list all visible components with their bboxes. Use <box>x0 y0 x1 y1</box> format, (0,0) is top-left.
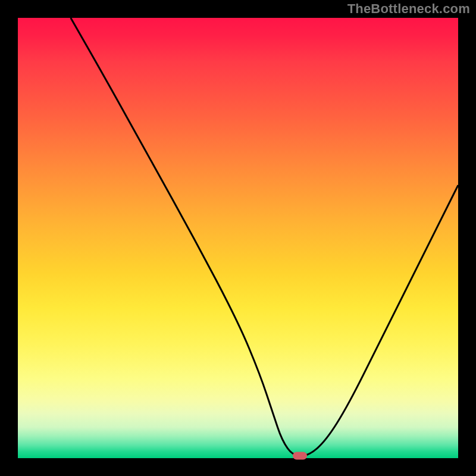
chart-frame: TheBottleneck.com <box>0 0 476 476</box>
plot-area <box>18 18 458 458</box>
curve-path <box>71 18 458 456</box>
bottleneck-marker <box>293 452 307 460</box>
curve-svg <box>18 18 458 458</box>
watermark-text: TheBottleneck.com <box>347 1 470 17</box>
